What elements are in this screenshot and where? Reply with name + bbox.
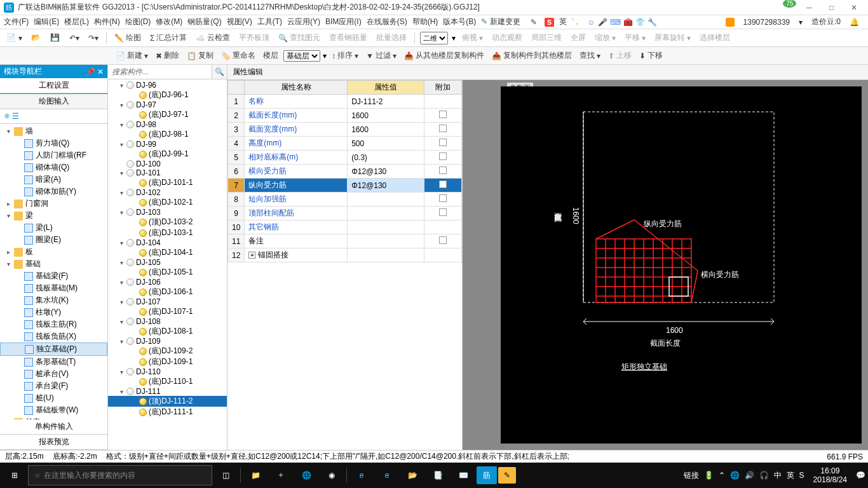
- instance-item[interactable]: (顶)DJ-111-2: [108, 396, 227, 407]
- instance-item[interactable]: (底)DJ-109-2: [108, 346, 227, 356]
- dyn-view-button[interactable]: 动态观察: [489, 31, 525, 44]
- batch-select-button[interactable]: 批量选择: [374, 31, 409, 44]
- instance-item[interactable]: (底)DJ-108-1: [108, 326, 227, 337]
- copy-button[interactable]: 📋复制: [184, 49, 216, 62]
- notification-badge[interactable]: 75: [783, 0, 796, 8]
- draw-button[interactable]: ✏️绘图: [112, 31, 144, 44]
- tree-item[interactable]: 筏板基础(M): [0, 282, 107, 294]
- tree-item[interactable]: ▾梁: [0, 210, 107, 222]
- property-row[interactable]: 8短向加强筋: [228, 193, 462, 207]
- nav-quick-icons[interactable]: ⁜ ☰: [0, 109, 107, 124]
- ggj-icon[interactable]: 筋: [477, 466, 497, 484]
- menu-online[interactable]: 在线服务(S): [367, 17, 407, 27]
- move-down-button[interactable]: ⬇下移: [637, 49, 665, 62]
- property-row[interactable]: 2截面长度(mm)1600: [228, 109, 462, 123]
- instance-item[interactable]: (底)DJ-106-1: [108, 287, 227, 297]
- ime-shirt-icon[interactable]: 👕: [635, 18, 645, 27]
- tree-item[interactable]: 剪力墙(Q): [0, 137, 107, 149]
- instance-item[interactable]: (底)DJ-103-1: [108, 227, 227, 238]
- instance-item[interactable]: (底)DJ-105-1: [108, 267, 227, 278]
- persp-button[interactable]: 俯视▾: [459, 31, 485, 44]
- nav-tab-report[interactable]: 报表预览: [0, 435, 107, 450]
- ime-mic-icon[interactable]: 🎤: [598, 18, 607, 27]
- instance-item[interactable]: (底)DJ-102-1: [108, 197, 227, 208]
- tray-up-icon[interactable]: ⌃: [719, 471, 725, 480]
- menu-view[interactable]: 视图(V): [227, 17, 252, 27]
- instance-item[interactable]: (底)DJ-109-1: [108, 356, 227, 367]
- zoom-button[interactable]: 缩放▾: [592, 31, 618, 44]
- instance-item[interactable]: (底)DJ-110-1: [108, 376, 227, 387]
- property-row[interactable]: 3截面宽度(mm)1600: [228, 123, 462, 137]
- tree-item[interactable]: ▸板: [0, 246, 107, 258]
- instance-group[interactable]: ▾DJ-104: [108, 238, 227, 247]
- tree-item[interactable]: 集水坑(K): [0, 294, 107, 306]
- view-rebar-button[interactable]: 查看钢筋量: [327, 31, 370, 44]
- instance-item[interactable]: (底)DJ-97-1: [108, 109, 227, 120]
- instance-item[interactable]: (底)DJ-99-1: [108, 149, 227, 159]
- instance-group[interactable]: ▾DJ-98: [108, 120, 227, 129]
- property-row[interactable]: 9顶部柱间配筋: [228, 207, 462, 220]
- volume-icon[interactable]: 🔊: [745, 471, 754, 480]
- system-clock[interactable]: 16:092018/8/24: [810, 466, 851, 485]
- ime-ch[interactable]: 中: [774, 470, 782, 481]
- floor-select[interactable]: 基础层: [283, 50, 320, 62]
- rotate-button[interactable]: 屏幕旋转▾: [652, 31, 693, 44]
- instance-item[interactable]: (底)DJ-104-1: [108, 247, 227, 258]
- ime-smile-icon[interactable]: ☺: [587, 18, 595, 27]
- sort-button[interactable]: ↕排序▾: [329, 49, 361, 62]
- ime-kbd-icon[interactable]: ⌨: [610, 18, 621, 27]
- instance-group[interactable]: ▾DJ-109: [108, 337, 227, 346]
- tree-item[interactable]: 基础板带(W): [0, 404, 107, 416]
- instance-item[interactable]: (底)DJ-98-1: [108, 129, 227, 140]
- ime-wrench-icon[interactable]: 🔧: [648, 18, 657, 27]
- sum-calc-button[interactable]: Σ 汇总计算: [147, 31, 189, 44]
- menu-new-change[interactable]: ✎ 新建变更: [481, 17, 525, 27]
- property-row[interactable]: 11备注: [228, 234, 462, 248]
- tree-item[interactable]: 桩承台(V): [0, 368, 107, 380]
- action-center-icon[interactable]: 💬: [856, 471, 865, 480]
- menu-version[interactable]: 版本号(B): [443, 17, 476, 27]
- menu-file[interactable]: 文件(F): [4, 17, 29, 27]
- close-button[interactable]: ✕: [844, 3, 864, 12]
- menu-draw[interactable]: 绘图(D): [125, 17, 151, 27]
- filter-button[interactable]: ▼过滤▾: [363, 49, 399, 62]
- menu-component[interactable]: 构件(N): [94, 17, 120, 27]
- instance-item[interactable]: (底)DJ-96-1: [108, 90, 227, 100]
- property-row[interactable]: 10其它钢筋: [228, 220, 462, 234]
- folder-icon[interactable]: 📂: [400, 465, 424, 485]
- component-tree[interactable]: ▾墙剪力墙(Q)人防门框墙(RF砌体墙(Q)暗梁(A)砌体加筋(Y)▸门窗洞▾梁…: [0, 124, 107, 419]
- instance-item[interactable]: (底)DJ-107-1: [108, 306, 227, 317]
- instance-item[interactable]: (底)DJ-101-1: [108, 177, 227, 188]
- delete-button[interactable]: ✖删除: [153, 49, 182, 62]
- nav-tab-project[interactable]: 工程设置: [0, 78, 107, 93]
- save-button[interactable]: 💾: [48, 32, 63, 44]
- copy-to-button[interactable]: 📤复制构件到其他楼层: [489, 49, 574, 62]
- battery-icon[interactable]: 🔋: [704, 471, 714, 480]
- property-row[interactable]: 5相对底标高(m)(0.3): [228, 151, 462, 165]
- taskbar-search[interactable]: ○ 在这里输入你要搜索的内容: [28, 465, 212, 485]
- mail-icon[interactable]: ✉️: [451, 465, 475, 485]
- menu-rebar[interactable]: 钢筋量(Q): [187, 17, 221, 27]
- property-row[interactable]: 7纵向受力筋Φ12@130: [228, 179, 462, 193]
- maximize-button[interactable]: □: [822, 3, 842, 12]
- tree-item[interactable]: 砌体墙(Q): [0, 161, 107, 173]
- fullscreen-button[interactable]: 全屏: [568, 31, 588, 44]
- pan-button[interactable]: 平移▾: [622, 31, 648, 44]
- instance-group[interactable]: ▾DJ-103: [108, 208, 227, 217]
- app-icon-1[interactable]: ✦: [269, 465, 293, 485]
- move-up-button[interactable]: ⬆上移: [606, 49, 634, 62]
- menu-edit[interactable]: 编辑(E): [34, 17, 59, 27]
- copy-from-button[interactable]: 📥从其他楼层复制构件: [402, 49, 487, 62]
- nav-tab-single[interactable]: 单构件输入: [0, 419, 107, 435]
- tree-item[interactable]: 暗梁(A): [0, 173, 107, 186]
- select-floor-button[interactable]: 选择楼层: [697, 31, 733, 44]
- tree-item[interactable]: 桩(U): [0, 392, 107, 404]
- instance-item[interactable]: (顶)DJ-103-2: [108, 217, 227, 227]
- open-button[interactable]: 📂: [29, 32, 44, 44]
- tree-item[interactable]: 梁(L): [0, 222, 107, 234]
- ie-icon-1[interactable]: e: [349, 465, 374, 485]
- menu-more-1[interactable]: ✎: [531, 18, 537, 27]
- property-row[interactable]: 6横向受力筋Φ12@130: [228, 165, 462, 179]
- property-row[interactable]: 4高度(mm)500: [228, 137, 462, 151]
- instance-group[interactable]: ▾DJ-106: [108, 278, 227, 287]
